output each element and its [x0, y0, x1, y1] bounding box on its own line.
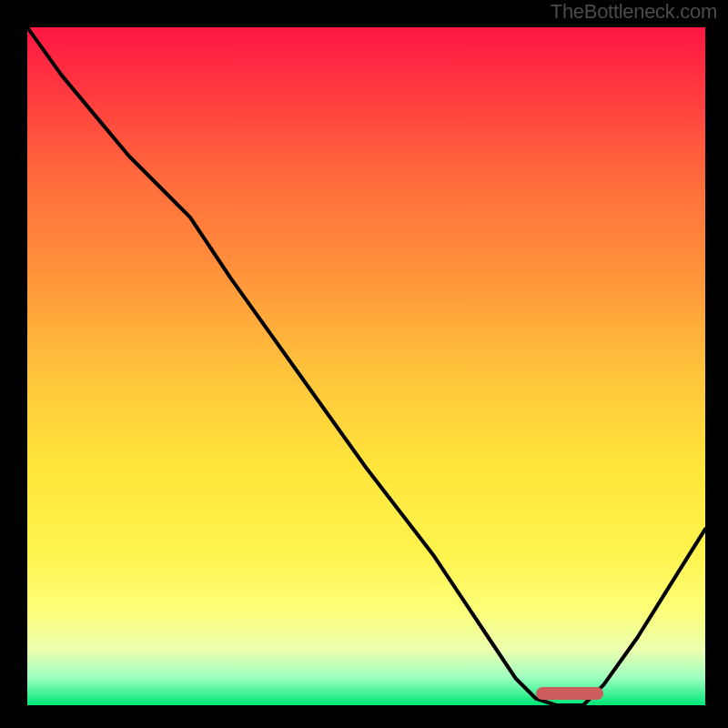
chart-background-gradient: [27, 27, 705, 705]
optimal-range-marker: [536, 687, 604, 700]
watermark-text: TheBottleneck.com: [551, 0, 717, 24]
svg-rect-0: [27, 27, 705, 705]
chart-area: [27, 27, 705, 705]
